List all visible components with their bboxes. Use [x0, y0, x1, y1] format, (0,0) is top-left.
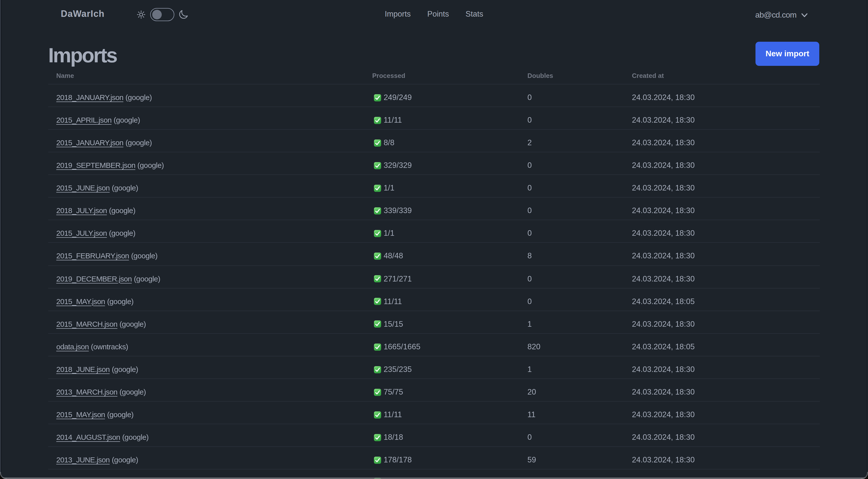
- import-processed-cell: 329/329: [364, 152, 519, 175]
- import-file-link[interactable]: 2015_FEBRUARY.json: [56, 251, 129, 260]
- import-created-at-cell: 24.03.2024, 18:05: [624, 288, 820, 310]
- import-file-link[interactable]: 2015_MARCH.json: [56, 320, 117, 328]
- doubles-count: 0: [527, 161, 532, 169]
- import-doubles-cell: 0: [519, 424, 624, 447]
- new-import-button[interactable]: New import: [755, 42, 819, 66]
- created-at-value: 24.03.2024, 18:30: [632, 161, 695, 169]
- processed-count: 8/8: [383, 138, 394, 147]
- import-source-label: (google): [134, 274, 160, 283]
- page-scale-root: DaWarIch Imports Points Stats ab@cd.com: [0, 0, 868, 479]
- table-row: 2015_APRIL.json (google) 11/11 0 24.03.2…: [48, 107, 820, 129]
- import-doubles-cell: 0: [519, 220, 624, 243]
- import-processed-cell: 271/271: [364, 265, 519, 288]
- moon-icon: [178, 9, 188, 20]
- import-created-at-cell: 24.03.2024, 18:30: [624, 310, 820, 333]
- import-file-link[interactable]: 2013_JUNE.json: [56, 455, 110, 464]
- check-mark-icon: [374, 456, 381, 464]
- table-row: 2015_MAY.json (google) 11/11 0 24.03.202…: [48, 288, 820, 310]
- processed-count: 1665/1665: [383, 342, 421, 351]
- check-mark-icon: [374, 252, 381, 260]
- import-source-label: (google): [112, 365, 138, 373]
- import-doubles-cell: 0: [519, 107, 624, 129]
- created-at-value: 24.03.2024, 18:30: [632, 274, 695, 283]
- import-created-at-cell: 24.03.2024, 18:30: [624, 107, 820, 129]
- navbar: DaWarIch Imports Points Stats ab@cd.com: [0, 0, 868, 28]
- import-processed-cell: 1/1: [364, 175, 519, 198]
- created-at-value: 24.03.2024, 18:30: [632, 433, 695, 441]
- import-file-link[interactable]: 2015_MAY.json: [56, 297, 105, 305]
- import-file-link[interactable]: 2018_JANUARY.json: [56, 93, 123, 101]
- import-file-link[interactable]: 2018_JULY.json: [56, 206, 107, 215]
- import-source-label: (google): [125, 138, 152, 147]
- import-file-link[interactable]: 2015_APRIL.json: [56, 116, 112, 124]
- import-source-label: (google): [125, 93, 152, 101]
- created-at-value: 24.03.2024, 18:30: [632, 184, 695, 192]
- user-menu[interactable]: ab@cd.com: [755, 10, 807, 20]
- import-file-link[interactable]: 2015_JUNE.json: [56, 184, 110, 192]
- import-file-link[interactable]: 2015_MAY.json: [56, 410, 105, 419]
- import-name-cell: 2013_MARCH.json (google): [48, 379, 364, 401]
- import-name-cell: 2015_APRIL.json (google): [48, 107, 364, 129]
- theme-toggle[interactable]: [150, 8, 174, 21]
- doubles-count: 0: [527, 116, 532, 124]
- import-created-at-cell: 24.03.2024, 18:30: [624, 356, 820, 379]
- import-source-label: (google): [107, 410, 133, 419]
- table-row: 2015_MAY.json (google) 11/11 11 24.03.20…: [48, 401, 820, 424]
- doubles-count: 8: [527, 251, 532, 260]
- nav-link-imports[interactable]: Imports: [385, 9, 411, 18]
- table-row: 2013_JUNE.json (google) 178/178 59 24.03…: [48, 447, 820, 469]
- table-header-row: Name Processed Doubles Created at: [48, 62, 820, 84]
- import-source-label: (google): [114, 116, 140, 124]
- check-mark-icon: [374, 207, 381, 215]
- table-row: 2015_JUNE.json (google) 1/1 0 24.03.2024…: [48, 175, 820, 198]
- processed-count: 249/249: [383, 93, 412, 101]
- app-window: DaWarIch Imports Points Stats ab@cd.com: [0, 0, 868, 479]
- doubles-count: 0: [527, 274, 532, 283]
- import-doubles-cell: 0: [519, 152, 624, 175]
- import-created-at-cell: 24.03.2024, 18:30: [624, 129, 820, 152]
- brand-logo[interactable]: DaWarIch: [61, 9, 104, 19]
- processed-count: 75/75: [383, 388, 403, 396]
- created-at-value: 24.03.2024, 18:05: [632, 297, 695, 305]
- check-mark-icon: [374, 298, 381, 305]
- theme-switcher: [136, 8, 188, 21]
- import-source-label: (google): [137, 161, 164, 169]
- created-at-value: 24.03.2024, 18:30: [632, 116, 695, 124]
- import-doubles-cell: 59: [519, 447, 624, 469]
- import-source-label: (google): [120, 320, 146, 328]
- doubles-count: 0: [527, 184, 532, 192]
- nav-link-points[interactable]: Points: [427, 9, 449, 18]
- import-name-cell: 2015_FEBRUARY.json (google): [48, 243, 364, 265]
- import-name-cell: 2013_JUNE.json (google): [48, 447, 364, 469]
- import-file-link[interactable]: 2014_AUGUST.json: [56, 433, 120, 441]
- chevron-down-icon: [801, 13, 807, 17]
- import-file-link[interactable]: 2015_JULY.json: [56, 229, 107, 238]
- import-created-at-cell: 24.03.2024, 18:30: [624, 265, 820, 288]
- doubles-count: 0: [527, 433, 532, 441]
- nav-link-stats[interactable]: Stats: [465, 9, 483, 18]
- nav-menu: Imports Points Stats: [385, 9, 483, 19]
- processed-count: 11/11: [383, 116, 402, 124]
- main-content: Imports New import Name Processed Double…: [48, 28, 820, 479]
- import-created-at-cell: 24.03.2024, 18:30: [624, 175, 820, 198]
- doubles-count: 59: [527, 455, 536, 464]
- doubles-count: 820: [527, 342, 540, 351]
- created-at-value: 24.03.2024, 18:30: [632, 365, 695, 373]
- import-file-link[interactable]: 2015_JANUARY.json: [56, 138, 123, 147]
- created-at-value: 24.03.2024, 18:30: [632, 320, 695, 328]
- check-mark-icon: [374, 230, 381, 237]
- import-file-link[interactable]: 2019_SEPTEMBER.json: [56, 161, 135, 169]
- import-created-at-cell: 24.03.2024, 18:30: [624, 243, 820, 265]
- import-file-link[interactable]: 2013_MARCH.json: [56, 388, 117, 396]
- import-file-link[interactable]: 2018_JUNE.json: [56, 365, 110, 373]
- table-row: odata.json (owntracks) 1665/1665 820 24.…: [48, 333, 820, 356]
- import-name-cell: 2019_DECEMBER.json (google): [48, 265, 364, 288]
- doubles-count: 2: [527, 138, 532, 147]
- import-file-link[interactable]: 2019_DECEMBER.json: [56, 274, 132, 283]
- import-file-link[interactable]: odata.json: [56, 342, 89, 351]
- nav-item-points: Points: [427, 9, 449, 19]
- import-processed-cell: 11/11: [364, 401, 519, 424]
- import-doubles-cell: 0: [519, 198, 624, 220]
- import-name-cell: 2018_JUNE.json (google): [48, 356, 364, 379]
- check-mark-icon: [374, 434, 381, 441]
